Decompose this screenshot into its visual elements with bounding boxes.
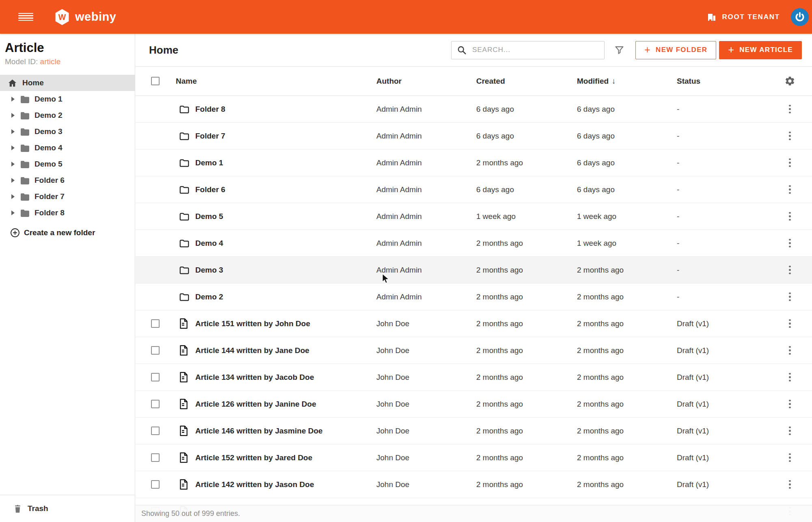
- search-input[interactable]: [472, 41, 604, 59]
- new-article-button[interactable]: + NEW ARTICLE: [719, 41, 802, 59]
- row-status: -: [677, 212, 768, 221]
- row-actions-menu[interactable]: [786, 102, 793, 116]
- table-row[interactable]: Demo 1 Admin Admin 2 months ago 6 days a…: [136, 149, 812, 176]
- chevron-right-icon[interactable]: [11, 210, 15, 215]
- row-actions-menu[interactable]: [786, 478, 793, 492]
- sort-desc-icon: ↓: [612, 77, 616, 86]
- row-modified: 2 months ago: [577, 400, 677, 409]
- user-avatar[interactable]: [791, 8, 809, 26]
- chevron-right-icon[interactable]: [11, 178, 15, 183]
- select-all-checkbox[interactable]: [151, 77, 160, 85]
- tree-item-home[interactable]: Home: [0, 75, 135, 91]
- row-actions-menu[interactable]: [786, 156, 793, 170]
- folder-icon: [179, 239, 190, 248]
- chevron-right-icon[interactable]: [11, 129, 15, 134]
- row-status: Draft (v1): [677, 346, 768, 355]
- table-row[interactable]: Article 144 written by Jane Doe John Doe…: [136, 337, 812, 364]
- table-row[interactable]: Folder 7 Admin Admin 6 days ago 6 days a…: [136, 123, 812, 149]
- row-actions-menu[interactable]: [786, 290, 793, 304]
- folder-tree: Home Demo 1 Demo 2 Demo 3: [0, 75, 135, 221]
- table-row[interactable]: Folder 8 Admin Admin 6 days ago 6 days a…: [136, 96, 812, 123]
- row-actions-menu[interactable]: [786, 397, 793, 411]
- row-author: Admin Admin: [376, 212, 476, 221]
- create-folder-button[interactable]: Create a new folder: [0, 224, 135, 242]
- webiny-logo[interactable]: W webiny: [54, 9, 116, 26]
- tree-item-folder[interactable]: Demo 4: [0, 140, 135, 156]
- chevron-right-icon[interactable]: [11, 194, 15, 199]
- table-row[interactable]: Article 142 written by Jason Doe John Do…: [136, 471, 812, 498]
- row-actions-menu[interactable]: [786, 344, 793, 357]
- chevron-right-icon[interactable]: [11, 113, 15, 118]
- row-actions-menu[interactable]: [786, 183, 793, 197]
- row-checkbox[interactable]: [151, 400, 160, 408]
- chevron-right-icon[interactable]: [11, 97, 15, 102]
- row-checkbox[interactable]: [151, 346, 160, 355]
- tree-item-folder[interactable]: Demo 3: [0, 123, 135, 140]
- row-status: Draft (v1): [677, 427, 768, 435]
- tree-item-folder[interactable]: Demo 2: [0, 107, 135, 123]
- column-header-author[interactable]: Author: [376, 77, 476, 86]
- chevron-right-icon[interactable]: [11, 162, 15, 167]
- table-row[interactable]: Article 152 written by Jared Doe John Do…: [136, 444, 812, 471]
- filter-funnel-icon: [614, 45, 625, 56]
- row-actions-menu[interactable]: [786, 424, 793, 438]
- table-row[interactable]: Article 126 written by Janine Doe John D…: [136, 391, 812, 418]
- row-created: 1 week ago: [476, 212, 577, 221]
- table-row[interactable]: Article 146 written by Jasmine Doe John …: [136, 418, 812, 444]
- row-modified: 2 months ago: [577, 346, 677, 355]
- row-created: 2 months ago: [476, 266, 577, 275]
- row-created: 2 months ago: [476, 292, 577, 301]
- row-status: Draft (v1): [677, 453, 768, 462]
- column-header-status[interactable]: Status: [677, 77, 768, 86]
- row-actions-menu[interactable]: [786, 263, 793, 277]
- table-settings-button[interactable]: [768, 76, 812, 87]
- row-checkbox[interactable]: [151, 453, 160, 462]
- table-row[interactable]: Article 151 written by John Doe John Doe…: [136, 310, 812, 337]
- row-checkbox[interactable]: [151, 373, 160, 381]
- row-actions-menu[interactable]: [786, 210, 793, 223]
- row-checkbox[interactable]: [151, 319, 160, 328]
- table-row[interactable]: Folder 6 Admin Admin 6 days ago 6 days a…: [136, 176, 812, 203]
- tenant-selector[interactable]: ROOT TENANT: [707, 12, 780, 22]
- hamburger-menu-icon[interactable]: [18, 13, 33, 21]
- table-row[interactable]: Demo 5 Admin Admin 1 week ago 1 week ago…: [136, 203, 812, 230]
- row-modified: 6 days ago: [577, 158, 677, 167]
- row-actions-menu[interactable]: [786, 129, 793, 143]
- tree-item-folder[interactable]: Folder 7: [0, 188, 135, 205]
- filter-button[interactable]: [613, 44, 625, 56]
- document-icon: [179, 479, 188, 490]
- row-actions-menu[interactable]: [786, 236, 793, 250]
- document-icon: [179, 399, 188, 409]
- trash-button[interactable]: Trash: [0, 495, 135, 522]
- row-actions-menu[interactable]: [786, 317, 793, 331]
- row-name: Demo 1: [192, 158, 376, 167]
- row-created: 2 months ago: [476, 373, 577, 382]
- row-name: Demo 5: [192, 212, 376, 221]
- table-row[interactable]: Demo 2 Admin Admin 2 months ago 2 months…: [136, 284, 812, 310]
- new-folder-button[interactable]: + NEW FOLDER: [635, 41, 716, 59]
- column-header-name[interactable]: Name: [176, 77, 376, 86]
- row-modified: 6 days ago: [577, 132, 677, 141]
- row-author: Admin Admin: [376, 105, 476, 114]
- plus-icon: +: [644, 45, 651, 55]
- row-actions-menu[interactable]: [786, 370, 793, 384]
- search-icon: [457, 45, 467, 55]
- column-header-created[interactable]: Created: [476, 77, 577, 86]
- table-row[interactable]: Article 134 written by Jacob Doe John Do…: [136, 364, 812, 391]
- tree-item-folder[interactable]: Folder 6: [0, 172, 135, 188]
- table-row[interactable]: Demo 3 Admin Admin 2 months ago 2 months…: [136, 257, 812, 284]
- tree-item-folder[interactable]: Demo 1: [0, 91, 135, 107]
- row-status: Draft (v1): [677, 373, 768, 382]
- document-icon: [179, 425, 188, 436]
- table-row[interactable]: Demo 4 Admin Admin 2 months ago 1 week a…: [136, 230, 812, 257]
- row-checkbox[interactable]: [151, 480, 160, 489]
- tree-item-folder[interactable]: Folder 8: [0, 205, 135, 221]
- row-checkbox[interactable]: [151, 427, 160, 435]
- tree-item-folder[interactable]: Demo 5: [0, 156, 135, 172]
- column-header-modified[interactable]: Modified ↓: [577, 77, 677, 86]
- row-actions-menu[interactable]: [786, 451, 793, 465]
- chevron-right-icon[interactable]: [11, 145, 15, 150]
- row-name: Article 142 written by Jason Doe: [192, 480, 376, 489]
- row-name: Article 151 written by John Doe: [192, 319, 376, 328]
- search-box: [451, 41, 605, 59]
